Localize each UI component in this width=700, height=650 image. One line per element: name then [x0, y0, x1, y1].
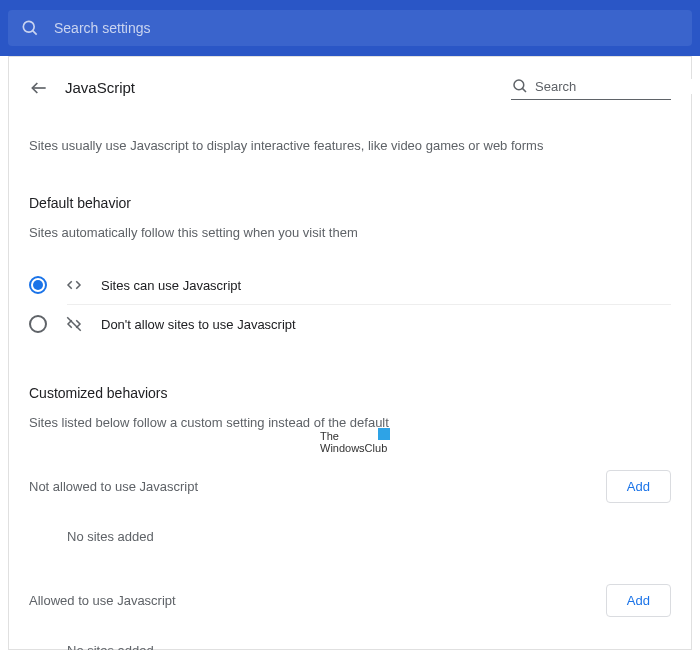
global-search[interactable] — [8, 10, 692, 46]
default-behavior-subtitle: Sites automatically follow this setting … — [29, 225, 671, 240]
option-label: Sites can use Javascript — [101, 278, 241, 293]
svg-line-5 — [67, 317, 81, 331]
svg-point-3 — [514, 80, 524, 90]
option-label: Don't allow sites to use Javascript — [101, 317, 296, 332]
allowed-label: Allowed to use Javascript — [29, 593, 176, 608]
customized-subtitle: Sites listed below follow a custom setti… — [29, 415, 671, 430]
add-allowed-button[interactable]: Add — [606, 584, 671, 617]
local-search-input[interactable] — [535, 79, 700, 94]
option-block-js[interactable]: Don't allow sites to use Javascript — [29, 305, 671, 343]
top-bar — [0, 0, 700, 56]
not-allowed-empty: No sites added — [67, 529, 671, 544]
default-behavior-title: Default behavior — [29, 195, 671, 211]
allowed-empty: No sites added — [67, 643, 671, 650]
watermark-line2: WindowsClub — [320, 442, 387, 454]
settings-panel: JavaScript Sites usually use Javascript … — [8, 56, 692, 650]
search-icon — [511, 77, 529, 95]
watermark-line1: The — [320, 430, 387, 442]
option-allow-js[interactable]: Sites can use Javascript — [29, 266, 671, 304]
watermark: The WindowsClub — [320, 430, 387, 454]
radio-unselected[interactable] — [29, 315, 47, 333]
search-icon — [20, 18, 40, 38]
code-off-icon — [65, 315, 83, 333]
global-search-input[interactable] — [54, 20, 680, 36]
local-search[interactable] — [511, 75, 671, 100]
page-title: JavaScript — [65, 79, 135, 96]
svg-line-4 — [522, 88, 526, 92]
radio-selected[interactable] — [29, 276, 47, 294]
add-not-allowed-button[interactable]: Add — [606, 470, 671, 503]
back-button[interactable] — [29, 78, 49, 98]
svg-line-1 — [33, 31, 37, 35]
customized-title: Customized behaviors — [29, 385, 671, 401]
default-behavior-options: Sites can use Javascript Don't allow sit… — [29, 266, 671, 343]
not-allowed-label: Not allowed to use Javascript — [29, 479, 198, 494]
code-icon — [65, 276, 83, 294]
svg-point-0 — [23, 21, 34, 32]
intro-text: Sites usually use Javascript to display … — [29, 138, 671, 153]
